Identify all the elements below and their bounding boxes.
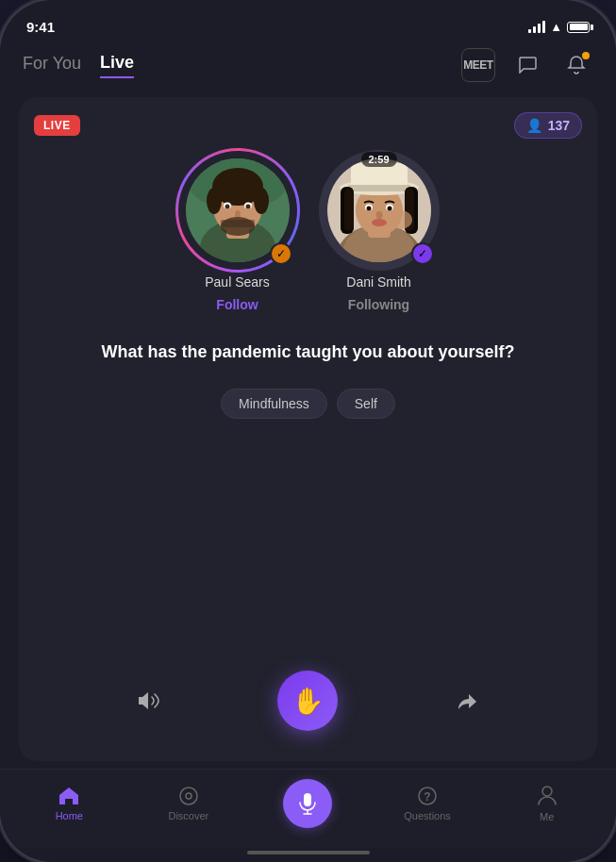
live-card-header: LIVE 👤 137	[34, 112, 582, 139]
home-icon	[58, 786, 80, 806]
volume-icon	[136, 690, 160, 711]
share-button[interactable]	[445, 678, 491, 723]
tab-for-you[interactable]: For You	[23, 54, 81, 77]
tab-live[interactable]: Live	[100, 53, 134, 78]
messages-button[interactable]	[510, 48, 544, 82]
svg-point-41	[542, 787, 552, 796]
signal-icon	[528, 21, 545, 33]
svg-rect-14	[221, 220, 255, 227]
signal-bar-4	[542, 21, 545, 33]
raise-hand-button[interactable]: ✋	[277, 671, 338, 731]
dani-badge: ✓	[411, 242, 434, 265]
svg-text:?: ?	[424, 790, 430, 804]
tags: Mindfulness Self	[34, 389, 582, 419]
wifi-icon: ▲	[550, 20, 562, 34]
svg-point-10	[225, 205, 229, 209]
raise-hand-icon: ✋	[291, 686, 325, 717]
avatar-dani-container: ✓ 2:59	[323, 154, 436, 267]
notch	[247, 0, 370, 26]
nav-icons: MEET	[461, 48, 593, 82]
nav-me-label: Me	[540, 811, 554, 822]
svg-rect-22	[348, 185, 410, 191]
nav-header: For You Live MEET	[0, 39, 616, 90]
dani-timer: 2:59	[360, 152, 396, 167]
share-icon	[457, 690, 479, 711]
svg-rect-25	[344, 189, 354, 231]
notification-dot	[582, 52, 590, 59]
nav-tabs: For You Live	[23, 53, 134, 78]
tag-self[interactable]: Self	[337, 389, 395, 419]
svg-rect-36	[304, 793, 311, 806]
nav-me[interactable]: Me	[519, 785, 575, 822]
notifications-button[interactable]	[559, 48, 593, 82]
dani-following: Following	[348, 297, 409, 312]
signal-bar-3	[538, 24, 541, 33]
paul-follow[interactable]: Follow	[216, 297, 258, 312]
chat-icon	[518, 57, 537, 74]
svg-point-32	[372, 219, 387, 226]
speaker-paul: ✓ Paul Sears Follow	[181, 154, 294, 312]
viewers-icon: 👤	[526, 118, 542, 133]
svg-point-6	[207, 188, 222, 214]
viewers-count: 137	[548, 118, 570, 133]
nav-mic[interactable]	[279, 779, 336, 828]
signal-bar-1	[528, 29, 531, 33]
profile-icon	[537, 785, 558, 807]
svg-point-7	[254, 188, 269, 214]
nav-questions[interactable]: ? Questions	[399, 786, 456, 821]
controls: ✋	[34, 655, 582, 746]
nav-discover-label: Discover	[168, 810, 208, 821]
svg-point-34	[180, 787, 197, 804]
nav-questions-label: Questions	[404, 810, 451, 821]
nav-home[interactable]: Home	[41, 786, 97, 821]
mic-button[interactable]	[283, 779, 332, 828]
svg-point-33	[390, 210, 412, 229]
status-time: 9:41	[26, 19, 55, 35]
discover-icon	[178, 786, 199, 806]
questions-icon: ?	[417, 786, 438, 806]
live-badge: LIVE	[34, 115, 80, 136]
bottom-nav: Home Discover	[0, 769, 616, 847]
battery-icon	[567, 22, 590, 33]
svg-point-35	[186, 793, 191, 799]
signal-bar-2	[533, 26, 536, 33]
viewers-badge: 👤 137	[514, 112, 582, 139]
status-icons: ▲	[528, 20, 590, 34]
question-text: What has the pandemic taught you about y…	[53, 340, 563, 364]
svg-point-29	[366, 207, 371, 211]
tag-mindfulness[interactable]: Mindfulness	[221, 389, 327, 419]
svg-point-12	[235, 210, 241, 218]
home-indicator	[247, 851, 370, 854]
meet-button[interactable]: MEET	[461, 48, 495, 82]
app-content: For You Live MEET	[0, 39, 616, 862]
battery-fill	[570, 24, 588, 30]
question-section: What has the pandemic taught you about y…	[34, 331, 582, 373]
paul-badge: ✓	[270, 242, 292, 265]
mic-icon	[298, 792, 317, 815]
dani-name: Dani Smith	[346, 274, 410, 290]
phone-frame: 9:41 ▲ For You Live MEET	[0, 0, 616, 862]
svg-point-30	[387, 207, 391, 211]
svg-point-31	[375, 211, 382, 219]
live-card: LIVE 👤 137	[19, 97, 597, 761]
nav-discover[interactable]: Discover	[160, 786, 217, 821]
avatar-paul-container: ✓	[181, 154, 294, 267]
svg-point-11	[245, 205, 250, 209]
nav-home-label: Home	[56, 810, 83, 821]
paul-name: Paul Sears	[205, 274, 269, 290]
volume-button[interactable]	[125, 678, 171, 723]
speaker-dani: ✓ 2:59 Dani Smith Following	[323, 154, 436, 312]
speakers: ✓ Paul Sears Follow	[34, 154, 582, 312]
